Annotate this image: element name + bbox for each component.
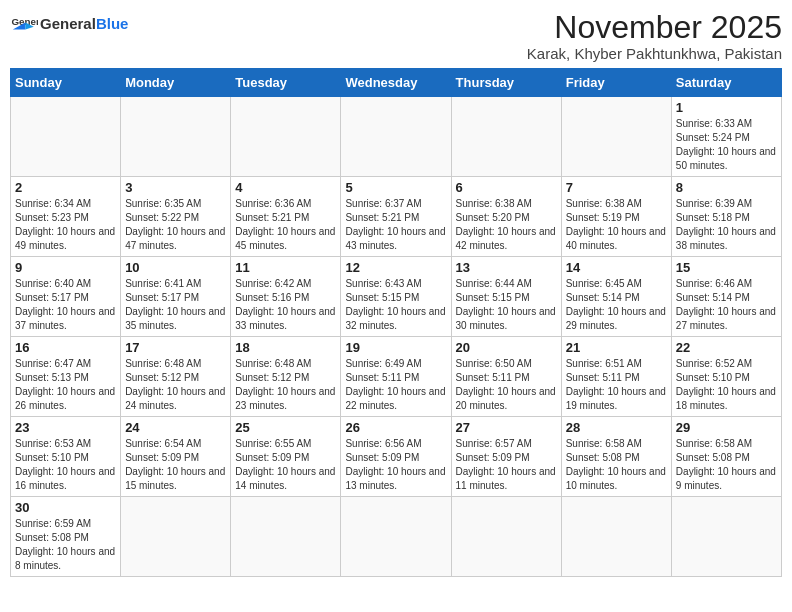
calendar-day-cell: 7Sunrise: 6:38 AM Sunset: 5:19 PM Daylig…	[561, 177, 671, 257]
day-info: Sunrise: 6:53 AM Sunset: 5:10 PM Dayligh…	[15, 437, 116, 493]
logo: General GeneralBlue	[10, 10, 128, 38]
day-number: 28	[566, 420, 667, 435]
calendar-day-cell: 17Sunrise: 6:48 AM Sunset: 5:12 PM Dayli…	[121, 337, 231, 417]
day-info: Sunrise: 6:51 AM Sunset: 5:11 PM Dayligh…	[566, 357, 667, 413]
day-number: 3	[125, 180, 226, 195]
calendar-day-cell: 28Sunrise: 6:58 AM Sunset: 5:08 PM Dayli…	[561, 417, 671, 497]
calendar-day-cell	[231, 497, 341, 577]
calendar-day-cell: 19Sunrise: 6:49 AM Sunset: 5:11 PM Dayli…	[341, 337, 451, 417]
weekday-header-tuesday: Tuesday	[231, 69, 341, 97]
day-number: 19	[345, 340, 446, 355]
day-info: Sunrise: 6:58 AM Sunset: 5:08 PM Dayligh…	[676, 437, 777, 493]
calendar-day-cell	[671, 497, 781, 577]
logo-blue: Blue	[96, 15, 129, 32]
day-number: 10	[125, 260, 226, 275]
day-info: Sunrise: 6:43 AM Sunset: 5:15 PM Dayligh…	[345, 277, 446, 333]
calendar-week-row: 30Sunrise: 6:59 AM Sunset: 5:08 PM Dayli…	[11, 497, 782, 577]
day-info: Sunrise: 6:34 AM Sunset: 5:23 PM Dayligh…	[15, 197, 116, 253]
calendar-day-cell	[11, 97, 121, 177]
location-subtitle: Karak, Khyber Pakhtunkhwa, Pakistan	[527, 45, 782, 62]
calendar-day-cell: 25Sunrise: 6:55 AM Sunset: 5:09 PM Dayli…	[231, 417, 341, 497]
day-number: 8	[676, 180, 777, 195]
calendar-day-cell: 30Sunrise: 6:59 AM Sunset: 5:08 PM Dayli…	[11, 497, 121, 577]
day-info: Sunrise: 6:37 AM Sunset: 5:21 PM Dayligh…	[345, 197, 446, 253]
title-block: November 2025 Karak, Khyber Pakhtunkhwa,…	[527, 10, 782, 62]
day-number: 21	[566, 340, 667, 355]
day-info: Sunrise: 6:48 AM Sunset: 5:12 PM Dayligh…	[125, 357, 226, 413]
calendar-day-cell: 24Sunrise: 6:54 AM Sunset: 5:09 PM Dayli…	[121, 417, 231, 497]
day-info: Sunrise: 6:50 AM Sunset: 5:11 PM Dayligh…	[456, 357, 557, 413]
calendar-week-row: 9Sunrise: 6:40 AM Sunset: 5:17 PM Daylig…	[11, 257, 782, 337]
day-info: Sunrise: 6:40 AM Sunset: 5:17 PM Dayligh…	[15, 277, 116, 333]
calendar-day-cell: 5Sunrise: 6:37 AM Sunset: 5:21 PM Daylig…	[341, 177, 451, 257]
calendar-day-cell: 8Sunrise: 6:39 AM Sunset: 5:18 PM Daylig…	[671, 177, 781, 257]
calendar-day-cell: 9Sunrise: 6:40 AM Sunset: 5:17 PM Daylig…	[11, 257, 121, 337]
calendar-day-cell: 26Sunrise: 6:56 AM Sunset: 5:09 PM Dayli…	[341, 417, 451, 497]
weekday-header-thursday: Thursday	[451, 69, 561, 97]
weekday-header-saturday: Saturday	[671, 69, 781, 97]
day-info: Sunrise: 6:58 AM Sunset: 5:08 PM Dayligh…	[566, 437, 667, 493]
day-number: 18	[235, 340, 336, 355]
calendar-day-cell: 15Sunrise: 6:46 AM Sunset: 5:14 PM Dayli…	[671, 257, 781, 337]
day-info: Sunrise: 6:39 AM Sunset: 5:18 PM Dayligh…	[676, 197, 777, 253]
day-info: Sunrise: 6:46 AM Sunset: 5:14 PM Dayligh…	[676, 277, 777, 333]
day-number: 29	[676, 420, 777, 435]
day-info: Sunrise: 6:44 AM Sunset: 5:15 PM Dayligh…	[456, 277, 557, 333]
calendar-day-cell	[121, 97, 231, 177]
day-number: 30	[15, 500, 116, 515]
day-info: Sunrise: 6:55 AM Sunset: 5:09 PM Dayligh…	[235, 437, 336, 493]
calendar-week-row: 2Sunrise: 6:34 AM Sunset: 5:23 PM Daylig…	[11, 177, 782, 257]
calendar-day-cell	[451, 97, 561, 177]
day-info: Sunrise: 6:42 AM Sunset: 5:16 PM Dayligh…	[235, 277, 336, 333]
calendar-day-cell	[451, 497, 561, 577]
calendar-day-cell: 21Sunrise: 6:51 AM Sunset: 5:11 PM Dayli…	[561, 337, 671, 417]
calendar-day-cell: 6Sunrise: 6:38 AM Sunset: 5:20 PM Daylig…	[451, 177, 561, 257]
day-number: 20	[456, 340, 557, 355]
day-number: 1	[676, 100, 777, 115]
day-info: Sunrise: 6:41 AM Sunset: 5:17 PM Dayligh…	[125, 277, 226, 333]
calendar-day-cell	[561, 497, 671, 577]
calendar-day-cell	[231, 97, 341, 177]
calendar-day-cell: 22Sunrise: 6:52 AM Sunset: 5:10 PM Dayli…	[671, 337, 781, 417]
calendar-day-cell: 27Sunrise: 6:57 AM Sunset: 5:09 PM Dayli…	[451, 417, 561, 497]
month-title: November 2025	[527, 10, 782, 45]
day-info: Sunrise: 6:47 AM Sunset: 5:13 PM Dayligh…	[15, 357, 116, 413]
calendar-day-cell	[561, 97, 671, 177]
day-info: Sunrise: 6:52 AM Sunset: 5:10 PM Dayligh…	[676, 357, 777, 413]
day-number: 6	[456, 180, 557, 195]
day-info: Sunrise: 6:56 AM Sunset: 5:09 PM Dayligh…	[345, 437, 446, 493]
calendar-day-cell: 18Sunrise: 6:48 AM Sunset: 5:12 PM Dayli…	[231, 337, 341, 417]
calendar-day-cell: 11Sunrise: 6:42 AM Sunset: 5:16 PM Dayli…	[231, 257, 341, 337]
day-number: 24	[125, 420, 226, 435]
calendar-day-cell: 23Sunrise: 6:53 AM Sunset: 5:10 PM Dayli…	[11, 417, 121, 497]
logo-general: General	[40, 15, 96, 32]
calendar-day-cell	[341, 97, 451, 177]
calendar-day-cell: 29Sunrise: 6:58 AM Sunset: 5:08 PM Dayli…	[671, 417, 781, 497]
day-info: Sunrise: 6:33 AM Sunset: 5:24 PM Dayligh…	[676, 117, 777, 173]
day-info: Sunrise: 6:54 AM Sunset: 5:09 PM Dayligh…	[125, 437, 226, 493]
calendar-day-cell: 1Sunrise: 6:33 AM Sunset: 5:24 PM Daylig…	[671, 97, 781, 177]
day-info: Sunrise: 6:38 AM Sunset: 5:20 PM Dayligh…	[456, 197, 557, 253]
calendar-day-cell: 20Sunrise: 6:50 AM Sunset: 5:11 PM Dayli…	[451, 337, 561, 417]
day-number: 2	[15, 180, 116, 195]
day-info: Sunrise: 6:57 AM Sunset: 5:09 PM Dayligh…	[456, 437, 557, 493]
page-header: General GeneralBlue November 2025 Karak,…	[10, 10, 782, 62]
calendar-week-row: 23Sunrise: 6:53 AM Sunset: 5:10 PM Dayli…	[11, 417, 782, 497]
day-info: Sunrise: 6:35 AM Sunset: 5:22 PM Dayligh…	[125, 197, 226, 253]
day-number: 22	[676, 340, 777, 355]
calendar-day-cell: 16Sunrise: 6:47 AM Sunset: 5:13 PM Dayli…	[11, 337, 121, 417]
calendar-day-cell: 12Sunrise: 6:43 AM Sunset: 5:15 PM Dayli…	[341, 257, 451, 337]
weekday-header-monday: Monday	[121, 69, 231, 97]
calendar-day-cell: 3Sunrise: 6:35 AM Sunset: 5:22 PM Daylig…	[121, 177, 231, 257]
calendar-day-cell: 14Sunrise: 6:45 AM Sunset: 5:14 PM Dayli…	[561, 257, 671, 337]
day-number: 12	[345, 260, 446, 275]
calendar-table: SundayMondayTuesdayWednesdayThursdayFrid…	[10, 68, 782, 577]
day-number: 25	[235, 420, 336, 435]
calendar-day-cell: 10Sunrise: 6:41 AM Sunset: 5:17 PM Dayli…	[121, 257, 231, 337]
day-number: 15	[676, 260, 777, 275]
day-number: 17	[125, 340, 226, 355]
day-info: Sunrise: 6:49 AM Sunset: 5:11 PM Dayligh…	[345, 357, 446, 413]
day-number: 14	[566, 260, 667, 275]
weekday-header-sunday: Sunday	[11, 69, 121, 97]
calendar-header-row: SundayMondayTuesdayWednesdayThursdayFrid…	[11, 69, 782, 97]
